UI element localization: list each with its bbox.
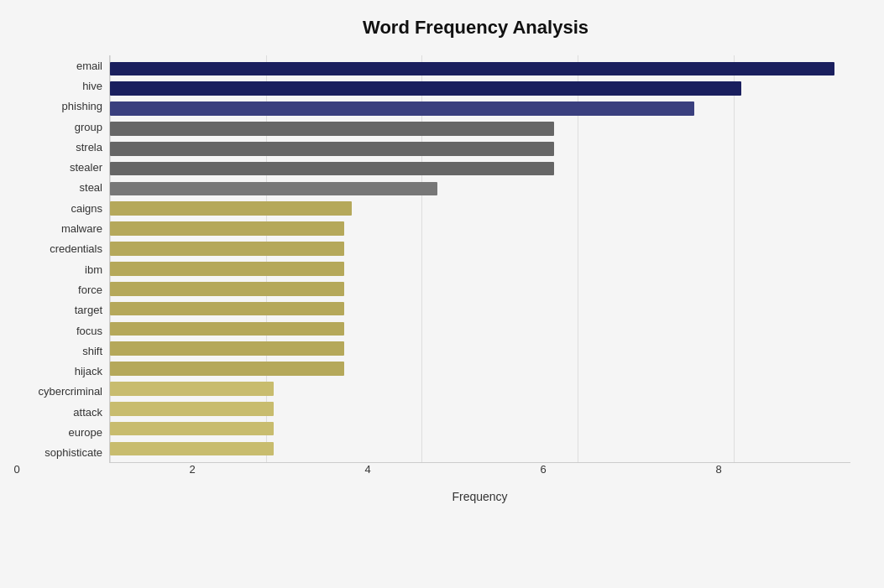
bar [110, 221, 344, 236]
bar [110, 382, 274, 396]
bar-row [110, 299, 850, 319]
bar-row [110, 278, 850, 299]
bar-row [110, 319, 850, 339]
y-axis-labels: emailhivephishinggroupstrelastealersteal… [17, 55, 109, 463]
y-label: focus [17, 325, 102, 336]
y-label: phishing [17, 101, 102, 112]
bar [110, 62, 834, 76]
bar [110, 162, 554, 176]
bar-row [110, 419, 850, 439]
x-tick-label: 6 [541, 463, 547, 476]
y-label: strela [17, 142, 102, 153]
bar-row [110, 79, 850, 99]
y-label: group [17, 122, 102, 133]
y-label: steal [17, 182, 102, 193]
bar [110, 182, 437, 196]
bars-area [109, 55, 850, 463]
bar-row [110, 179, 850, 199]
x-axis-ticks: 02468 [17, 463, 850, 483]
y-label: shift [17, 346, 102, 356]
y-label: sophisticate [17, 447, 102, 458]
bar [110, 402, 274, 416]
bar-row [110, 219, 850, 239]
bar-row [110, 119, 850, 139]
bar-row [110, 359, 850, 379]
bar [110, 201, 352, 216]
x-tick-label: 4 [364, 463, 370, 476]
bar-row [110, 398, 850, 419]
x-tick-label: 2 [189, 463, 195, 476]
y-label: stealer [17, 162, 102, 173]
y-label: cybercriminal [17, 386, 102, 397]
bar-row [110, 59, 850, 79]
bar [110, 302, 344, 316]
bar [110, 422, 274, 436]
x-tick-label: 0 [13, 463, 19, 476]
bar-row [110, 239, 850, 259]
bar [110, 81, 741, 96]
y-label: hive [17, 81, 102, 91]
y-label: ibm [17, 264, 102, 275]
bar-row [110, 99, 850, 119]
y-label: attack [17, 407, 102, 418]
x-axis-title: Frequency [17, 490, 850, 503]
bar-row [110, 258, 850, 278]
bar [110, 142, 554, 156]
chart-title: Word Frequency Analysis [17, 17, 850, 39]
bar [110, 362, 344, 376]
bar [110, 341, 344, 356]
y-label: email [17, 60, 102, 71]
bar-row [110, 339, 850, 359]
y-label: force [17, 284, 102, 295]
bar [110, 242, 344, 256]
bar [110, 262, 344, 276]
bar-row [110, 138, 850, 159]
x-tick-label: 8 [716, 463, 722, 476]
bar [110, 442, 274, 456]
y-label: hijack [17, 366, 102, 377]
bar-row [110, 159, 850, 179]
y-label: target [17, 304, 102, 315]
bar-row [110, 379, 850, 399]
bar [110, 282, 344, 296]
y-label: credentials [17, 243, 102, 254]
y-label: europe [17, 427, 102, 438]
bar [110, 101, 694, 116]
y-label: malware [17, 223, 102, 234]
bar-row [110, 439, 850, 459]
y-label: caigns [17, 203, 102, 214]
chart-container: Word Frequency Analysis emailhivephishin… [0, 0, 884, 588]
bar-row [110, 199, 850, 219]
bar [110, 122, 554, 136]
bar [110, 322, 344, 336]
